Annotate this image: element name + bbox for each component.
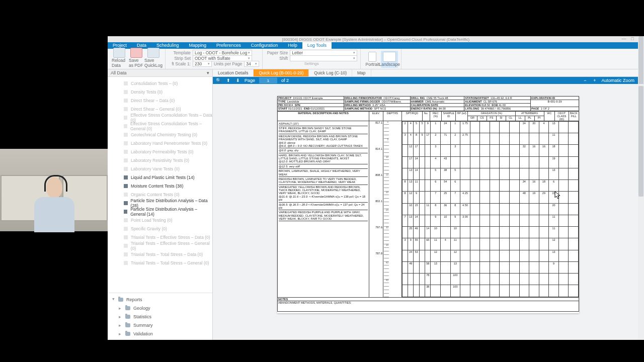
- folder-validation[interactable]: ▸Validation: [108, 329, 212, 338]
- ribbon: Reload Data Save as PDF Save QuickLog Te…: [108, 49, 644, 69]
- sidebar-item[interactable]: Effective Stress Consolidation Tests – G…: [124, 122, 212, 130]
- sidebar-item-label: Density Tests (0): [131, 89, 163, 95]
- doc-tab[interactable]: Quick Log (C-10): [309, 69, 352, 76]
- viewer-toolbar: 🔍 ⬆ ⬇ Page of 2 − + Automatic Zoom ▾: [213, 77, 644, 84]
- sidebar: All Data▾ Consolidation Tests – (0)Densi…: [108, 69, 213, 340]
- checkbox-icon: [124, 167, 128, 171]
- page-of: of 2: [281, 78, 289, 83]
- sidebar-item[interactable]: Laboratory Resistivity Tests (0): [124, 156, 212, 164]
- sidebar-item[interactable]: Specific Gravity (0): [124, 224, 212, 233]
- save-quicklog-button[interactable]: Save QuickLog: [145, 47, 162, 69]
- sidebar-item[interactable]: Geotechnical Chemistry Testing (0): [124, 130, 212, 139]
- scale-input[interactable]: 230▾: [193, 61, 212, 67]
- sidebar-item[interactable]: Consolidation Tests – (0): [124, 79, 212, 87]
- checkbox-icon: [124, 141, 128, 145]
- checkbox-icon: [124, 90, 128, 94]
- checkbox-icon: [124, 116, 127, 120]
- doc-tab[interactable]: Quick Log (B-001-0-29): [254, 69, 309, 76]
- ribbon-tab-mapping[interactable]: Mapping: [184, 42, 212, 49]
- units-input[interactable]: 34▾: [244, 61, 259, 67]
- sidebar-item[interactable]: Triaxial Tests – Total Stress – Data (0): [124, 250, 212, 258]
- folder-icon: [118, 298, 123, 302]
- canvas-scrollbar[interactable]: [638, 84, 644, 340]
- zoom-in-icon[interactable]: +: [592, 78, 597, 83]
- landscape-button[interactable]: Landscape: [381, 51, 398, 68]
- chevron-down-icon: ▾: [207, 70, 209, 75]
- log-header-table: PROJECT DIGGS ODOT Example DRILLING FIRM…: [277, 96, 579, 111]
- ribbon-tab-configuration[interactable]: Configuration: [246, 42, 283, 49]
- checkbox-icon: [124, 124, 127, 128]
- main-pane: Location DetailsQuick Log (B-001-0-29)Qu…: [213, 69, 644, 340]
- checkbox-icon: [124, 227, 128, 231]
- sidebar-item[interactable]: Triaxial Tests – Total Stress – General …: [124, 258, 212, 267]
- sidebar-item-label: Point Load Testing (0): [131, 218, 173, 223]
- folder-reports[interactable]: ▸Reports: [108, 295, 212, 304]
- zoom-label[interactable]: Automatic Zoom: [601, 78, 634, 83]
- sidebar-item[interactable]: Triaxial Tests – Effective Stress – Gene…: [124, 241, 212, 250]
- title-bar: [800304] DIGGS ODOT Example [System Admi…: [108, 36, 644, 42]
- folder-summary[interactable]: ▸Summary: [108, 321, 212, 329]
- doc-tab[interactable]: Location Details: [213, 69, 254, 76]
- checkbox-icon: [124, 210, 127, 214]
- sidebar-item-label: Laboratory Hand Penetrometer Tests (0): [131, 141, 207, 146]
- chevron-icon: ▸: [119, 314, 122, 319]
- checkbox-icon: [124, 184, 128, 188]
- reload-data-button[interactable]: Reload Data: [111, 47, 128, 69]
- sidebar-item[interactable]: Density Tests (0): [124, 87, 212, 96]
- ribbon-tabs: ProjectDataSchedulingMappingPreferencesC…: [108, 42, 644, 49]
- sidebar-item-label: Particle Size Distribution Analysis – Ge…: [130, 207, 212, 217]
- sidebar-item[interactable]: Direct Shear – Data (0): [124, 96, 212, 105]
- page-down-icon[interactable]: ⬇: [235, 78, 240, 83]
- sidebar-item-label: Laboratory Permeability Tests (0): [131, 149, 194, 154]
- folder-icon: [125, 315, 130, 319]
- folder-geology[interactable]: ▸Geology: [108, 304, 212, 312]
- folder-icon: [125, 306, 130, 310]
- settings-caption: Settings: [266, 61, 357, 66]
- sidebar-item[interactable]: Organic Content Tests (0): [124, 190, 212, 199]
- sidebar-item[interactable]: Liquid and Plastic Limit Tests (14): [124, 173, 212, 182]
- maximize-button[interactable]: □: [631, 36, 634, 41]
- save-pdf-button[interactable]: Save as PDF: [128, 47, 145, 69]
- doc-tab[interactable]: Map: [352, 69, 371, 76]
- ribbon-tab-preferences[interactable]: Preferences: [211, 42, 246, 49]
- sidebar-item-label: Laboratory Vane Tests (0): [131, 166, 180, 171]
- folder-icon: [125, 332, 130, 336]
- folder-statistics[interactable]: ▸Statistics: [108, 312, 212, 321]
- checkbox-icon: [124, 218, 128, 222]
- checkbox-icon: [124, 150, 128, 154]
- sidebar-item[interactable]: Triaxial Tests – Effective Stress – Data…: [124, 233, 212, 241]
- sidebar-item[interactable]: Particle Size Distribution Analysis – Ge…: [124, 207, 212, 216]
- sidebar-item[interactable]: Effective Stress Consolidation Tests – D…: [124, 113, 212, 122]
- checkbox-icon: [124, 244, 128, 248]
- window-title: [800304] DIGGS ODOT Example [System Admi…: [282, 37, 469, 42]
- ribbon-tab-log-tools[interactable]: Log Tools: [302, 42, 332, 49]
- page-up-icon[interactable]: ⬆: [225, 78, 231, 83]
- sidebar-item-label: Triaxial Tests – Effective Stress – Data…: [131, 235, 210, 240]
- chevron-icon: ▸: [119, 331, 122, 336]
- checkbox-icon: [124, 81, 128, 85]
- sidebar-item-label: Triaxial Tests – Effective Stress – Gene…: [131, 241, 212, 251]
- sidebar-item[interactable]: Laboratory Permeability Tests (0): [124, 147, 212, 156]
- document-canvas[interactable]: PROJECT DIGGS ODOT Example DRILLING FIRM…: [213, 84, 644, 340]
- sidebar-item[interactable]: Laboratory Hand Penetrometer Tests (0): [124, 139, 212, 147]
- sidebar-item[interactable]: Particle Size Distribution Analysis – Da…: [124, 199, 212, 207]
- application-window: [800304] DIGGS ODOT Example [System Admi…: [108, 36, 644, 340]
- sidebar-item[interactable]: Laboratory Vane Tests (0): [124, 164, 212, 173]
- folder-icon: [125, 323, 130, 327]
- scale-label: ft Scale 1:: [169, 61, 191, 66]
- portrait-button[interactable]: Portrait: [364, 51, 381, 68]
- checkbox-icon: [124, 158, 128, 162]
- shift-select[interactable]: ▾: [290, 55, 357, 61]
- sidebar-item[interactable]: Point Load Testing (0): [124, 216, 212, 224]
- zoom-out-icon[interactable]: −: [582, 78, 588, 83]
- sidebar-item[interactable]: Direct Shear – General (0): [124, 105, 212, 113]
- search-icon[interactable]: 🔍: [216, 78, 221, 83]
- minimize-button[interactable]: —: [622, 36, 626, 41]
- ribbon-tab-help[interactable]: Help: [283, 42, 302, 49]
- page-input[interactable]: [259, 77, 277, 83]
- sidebar-header[interactable]: All Data▾: [108, 69, 212, 77]
- checkbox-icon: [124, 252, 128, 256]
- sidebar-item-label: Organic Content Tests (0): [131, 192, 180, 197]
- sidebar-item-label: Laboratory Resistivity Tests (0): [131, 158, 189, 163]
- sidebar-item[interactable]: Moisture Content Tests (38): [124, 182, 212, 190]
